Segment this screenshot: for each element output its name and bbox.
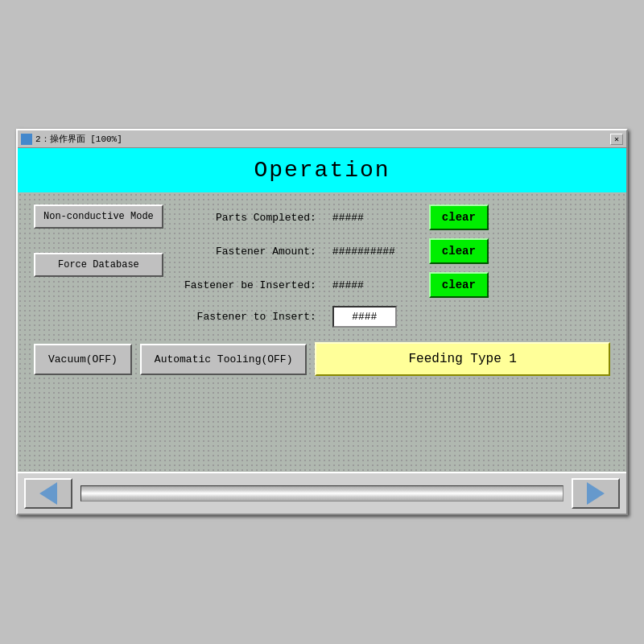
parts-completed-value: ##### bbox=[332, 212, 413, 224]
main-window: 2：操作界面 [100%] ✕ Operation Non-conductive… bbox=[16, 129, 628, 515]
nav-bar bbox=[18, 472, 626, 514]
fastener-to-insert-label: Fastener to Insert: bbox=[171, 311, 316, 323]
fastener-inserted-row: Fastener be Inserted: ##### clear bbox=[171, 272, 610, 298]
bottom-buttons: Vacuum(OFF) Automatic Tooling(OFF) Feedi… bbox=[34, 342, 610, 376]
top-section: Non-conductive Mode Force Database Parts… bbox=[34, 204, 610, 328]
fastener-to-insert-row: Fastener to Insert: #### bbox=[171, 306, 610, 328]
window-title: 2：操作界面 [100%] bbox=[35, 133, 122, 145]
window-icon bbox=[21, 134, 32, 145]
right-arrow-icon bbox=[587, 482, 605, 505]
fastener-amount-row: Fastener Amount: ########## clear bbox=[171, 238, 610, 264]
automatic-tooling-button[interactable]: Automatic Tooling(OFF) bbox=[140, 344, 308, 375]
header-banner: Operation bbox=[18, 148, 626, 192]
left-arrow-icon bbox=[39, 482, 57, 505]
force-database-button[interactable]: Force Database bbox=[34, 253, 163, 277]
parts-completed-label: Parts Completed: bbox=[171, 212, 316, 224]
prev-button[interactable] bbox=[24, 478, 72, 509]
window-body: Operation Non-conductive Mode Force Data… bbox=[18, 148, 626, 514]
parts-completed-row: Parts Completed: ##### clear bbox=[171, 204, 610, 230]
parts-completed-clear-button[interactable]: clear bbox=[429, 204, 489, 230]
next-button[interactable] bbox=[572, 478, 620, 509]
desktop: 2：操作界面 [100%] ✕ Operation Non-conductive… bbox=[0, 0, 644, 644]
main-content: Non-conductive Mode Force Database Parts… bbox=[18, 192, 626, 472]
fastener-amount-label: Fastener Amount: bbox=[171, 246, 316, 258]
left-buttons: Non-conductive Mode Force Database bbox=[34, 204, 163, 277]
nav-slider[interactable] bbox=[80, 485, 564, 502]
vacuum-button[interactable]: Vacuum(OFF) bbox=[34, 344, 132, 375]
title-bar: 2：操作界面 [100%] ✕ bbox=[18, 130, 626, 148]
fastener-amount-clear-button[interactable]: clear bbox=[429, 238, 489, 264]
header-title: Operation bbox=[254, 158, 390, 183]
close-button[interactable]: ✕ bbox=[610, 134, 623, 145]
fastener-amount-value: ########## bbox=[332, 246, 413, 258]
fastener-inserted-value: ##### bbox=[332, 279, 413, 291]
non-conductive-button[interactable]: Non-conductive Mode bbox=[34, 204, 163, 229]
fastener-to-insert-input[interactable]: #### bbox=[332, 306, 397, 328]
fastener-inserted-clear-button[interactable]: clear bbox=[429, 272, 489, 298]
fastener-to-insert-value: #### bbox=[352, 311, 377, 323]
title-bar-left: 2：操作界面 [100%] bbox=[21, 133, 122, 145]
fastener-inserted-label: Fastener be Inserted: bbox=[171, 279, 316, 291]
feeding-type-button[interactable]: Feeding Type 1 bbox=[315, 342, 610, 376]
right-fields: Parts Completed: ##### clear Fastener Am… bbox=[171, 204, 610, 328]
